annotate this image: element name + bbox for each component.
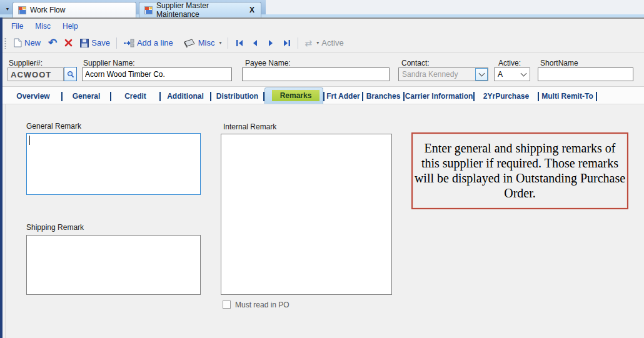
annotation-text: Enter general and shipping remarks of th… — [413, 134, 627, 207]
panel-edge — [5, 104, 6, 338]
nav-next-button[interactable] — [266, 38, 276, 48]
app-grid-icon — [144, 6, 153, 14]
misc-icon — [182, 38, 196, 48]
internal-remark-textarea[interactable] — [221, 134, 392, 295]
tab-distribution[interactable]: Distribution — [211, 89, 263, 104]
tab-general[interactable]: General — [63, 89, 110, 104]
nav-last-icon — [283, 40, 290, 46]
nav-last-button[interactable] — [281, 38, 291, 48]
add-a-line-button[interactable]: Add a line — [121, 37, 176, 49]
doc-tab-supplier-master-maintenance[interactable]: Supplier Master Maintenance X — [139, 2, 261, 17]
save-floppy-icon — [80, 39, 89, 47]
shortname-field[interactable] — [538, 67, 633, 81]
doc-tab-label: Work Flow — [30, 6, 65, 14]
chevron-down-icon[interactable] — [475, 68, 488, 81]
supplier-search-button[interactable] — [64, 67, 77, 81]
shipping-remark-label: Shipping Remark — [26, 223, 84, 232]
tab-multi-remit-to[interactable]: Multi Remit-To — [539, 89, 596, 104]
nav-next-icon — [268, 40, 273, 46]
toolbar-separator — [298, 37, 298, 49]
chevron-down-icon: ▾ — [316, 40, 319, 46]
tab-remarks[interactable]: Remarks — [264, 87, 323, 104]
general-remark-textarea[interactable] — [26, 133, 201, 195]
transfer-arrows-icon: ⇄ — [304, 38, 312, 48]
active-status-button[interactable]: ⇄ ▾ Active — [302, 37, 346, 49]
toolbar: New ↶ Save Add a l — [3, 34, 644, 52]
tab-2yr-purchase[interactable]: 2YrPurchase — [475, 89, 538, 104]
page-tab-strip: Overview General Credit Additional Distr… — [3, 87, 644, 104]
supplier-number-label: Supplier#: — [9, 59, 43, 67]
add-line-icon — [123, 39, 134, 47]
tab-branches[interactable]: Branches — [363, 89, 403, 104]
nav-first-icon — [236, 40, 243, 46]
shortname-label: ShortName — [540, 59, 578, 67]
active-select[interactable]: A — [494, 67, 530, 81]
delete-button[interactable] — [62, 37, 75, 48]
menu-bar: File Misc Help — [3, 19, 644, 34]
save-button[interactable]: Save — [78, 37, 113, 49]
chevron-down-icon[interactable] — [517, 68, 530, 81]
new-document-icon — [14, 38, 22, 47]
contact-select[interactable]: Sandra Kennedy — [398, 67, 488, 81]
toolbar-separator — [116, 37, 117, 49]
tab-remarks-highlight: Remarks — [272, 90, 320, 101]
chevron-down-icon: ▾ — [219, 40, 221, 46]
misc-button[interactable]: Misc ▾ — [179, 37, 224, 49]
supplier-header-form: Supplier#: Supplier Name: Payee Name: Co… — [3, 53, 644, 87]
close-icon[interactable]: X — [248, 6, 256, 14]
tab-list-dropdown-button[interactable]: ▼ — [3, 4, 13, 14]
shipping-remark-wrap — [26, 235, 201, 295]
tab-carrier-information[interactable]: Carrier Information — [405, 89, 473, 104]
tab-frt-adder[interactable]: Frt Adder — [325, 89, 362, 104]
contact-label: Contact: — [401, 59, 430, 67]
toolbar-separator — [228, 37, 228, 49]
payee-name-label: Payee Name: — [245, 59, 291, 67]
menu-misc[interactable]: Misc — [35, 22, 51, 31]
supplier-name-label: Supplier Name: — [83, 59, 135, 67]
menu-file[interactable]: File — [11, 22, 23, 31]
tab-overview[interactable]: Overview — [5, 89, 61, 104]
annotation-note: Enter general and shipping remarks of th… — [411, 132, 628, 209]
record-navigator — [232, 38, 294, 48]
document-tab-bar: ▼ Work Flow Supplier Master Maintenance … — [0, 0, 644, 19]
internal-remark-wrap — [221, 134, 392, 295]
tab-divider — [596, 92, 597, 101]
must-read-in-po-label: Must read in PO — [235, 301, 289, 309]
search-icon — [67, 71, 74, 78]
supplier-number-field[interactable] — [8, 67, 64, 81]
supplier-name-field[interactable] — [82, 67, 232, 81]
nav-first-button[interactable] — [234, 38, 244, 48]
doc-tab-work-flow[interactable]: Work Flow — [13, 2, 136, 17]
nav-previous-icon — [253, 40, 258, 46]
general-remark-label: General Remark — [26, 122, 81, 131]
remarks-tab-panel: General Remark Internal Remark Shipping … — [3, 104, 644, 338]
undo-button[interactable]: ↶ — [46, 37, 59, 49]
shipping-remark-textarea[interactable] — [26, 235, 201, 295]
general-remark-wrap — [26, 133, 201, 195]
new-button[interactable]: New — [11, 37, 43, 49]
doc-tab-label: Supplier Master Maintenance — [156, 1, 248, 19]
app-window: ▼ Work Flow Supplier Master Maintenance … — [0, 0, 644, 338]
tab-additional[interactable]: Additional — [161, 89, 210, 104]
delete-x-icon — [64, 39, 73, 47]
active-label: Active: — [498, 59, 521, 67]
undo-arrow-icon: ↶ — [48, 39, 57, 47]
menu-help[interactable]: Help — [63, 22, 78, 31]
internal-remark-label: Internal Remark — [223, 122, 276, 131]
app-grid-icon — [18, 6, 26, 14]
tab-credit[interactable]: Credit — [111, 89, 159, 104]
nav-previous-button[interactable] — [250, 38, 260, 48]
toolbar-grip[interactable] — [4, 37, 6, 49]
payee-name-field[interactable] — [242, 67, 390, 81]
must-read-in-po-checkbox[interactable] — [223, 301, 231, 309]
